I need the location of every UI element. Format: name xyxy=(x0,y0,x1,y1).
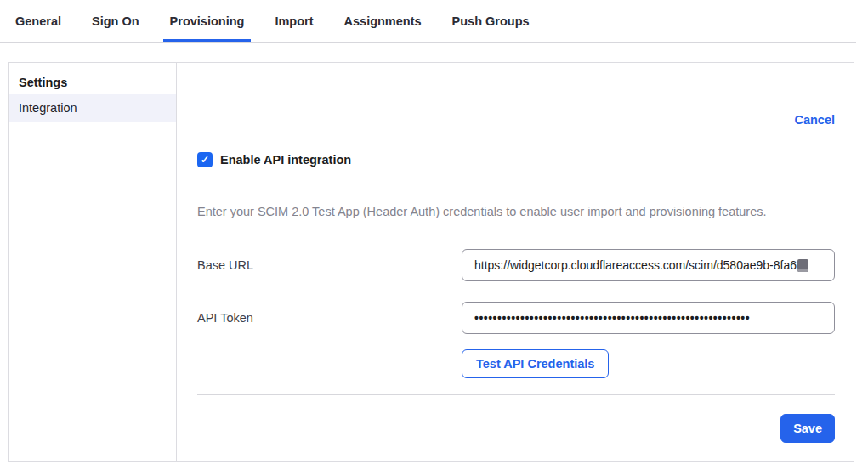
api-token-input[interactable]: ••••••••••••••••••••••••••••••••••••••••… xyxy=(462,302,835,334)
base-url-row: Base URL https://widgetcorp.cloudflareac… xyxy=(197,249,835,281)
form-divider xyxy=(197,394,835,395)
tab-import[interactable]: Import xyxy=(268,0,320,42)
text-selection-block xyxy=(797,259,808,272)
api-token-label: API Token xyxy=(197,311,253,325)
integration-settings-form: Cancel ✓ Enable API integration Enter yo… xyxy=(177,63,854,461)
cancel-row: Cancel xyxy=(197,112,835,127)
save-row: Save xyxy=(197,414,835,443)
provisioning-panel: Settings Integration Cancel ✓ Enable API… xyxy=(8,62,854,462)
button-column: Test API Credentials xyxy=(462,349,835,378)
tab-sign-on[interactable]: Sign On xyxy=(85,0,146,42)
enable-api-integration-checkbox[interactable]: ✓ xyxy=(197,152,213,167)
sidebar-item-integration[interactable]: Integration xyxy=(9,94,176,122)
base-url-label: Base URL xyxy=(197,258,253,272)
tab-provisioning[interactable]: Provisioning xyxy=(163,0,252,42)
tab-general[interactable]: General xyxy=(9,0,68,42)
cancel-link[interactable]: Cancel xyxy=(794,113,835,127)
enable-api-integration-label: Enable API integration xyxy=(220,153,351,167)
base-url-input[interactable]: https://widgetcorp.cloudflareaccess.com/… xyxy=(462,249,835,281)
api-token-masked-value: ••••••••••••••••••••••••••••••••••••••••… xyxy=(474,311,750,325)
checkmark-icon: ✓ xyxy=(201,154,209,166)
base-url-value: https://widgetcorp.cloudflareaccess.com/… xyxy=(474,258,797,272)
api-token-row: API Token ••••••••••••••••••••••••••••••… xyxy=(197,302,835,334)
save-button[interactable]: Save xyxy=(780,414,835,443)
tab-push-groups[interactable]: Push Groups xyxy=(445,0,536,42)
settings-sidebar: Settings Integration xyxy=(9,63,177,461)
tab-assignments[interactable]: Assignments xyxy=(338,0,428,42)
app-tab-bar: General Sign On Provisioning Import Assi… xyxy=(0,0,856,43)
enable-api-integration-row: ✓ Enable API integration xyxy=(197,152,835,167)
test-api-credentials-button[interactable]: Test API Credentials xyxy=(462,349,609,378)
sidebar-header-settings: Settings xyxy=(9,71,176,94)
test-credentials-row: Test API Credentials xyxy=(197,349,835,378)
credentials-description: Enter your SCIM 2.0 Test App (Header Aut… xyxy=(197,205,835,218)
